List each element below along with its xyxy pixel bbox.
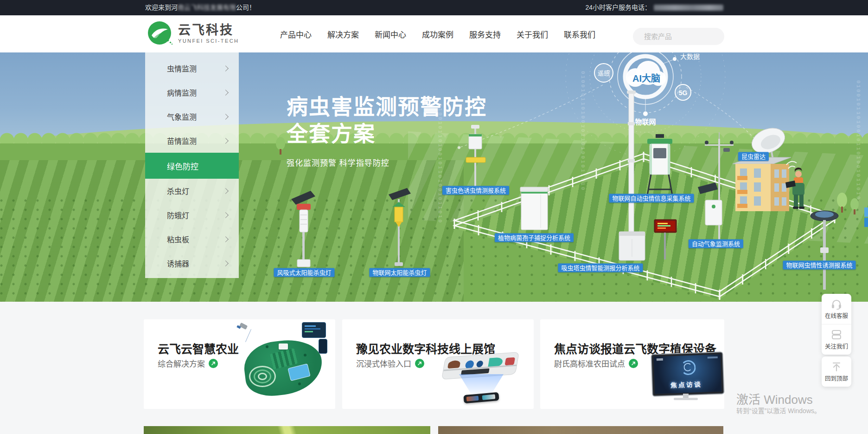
card-title: 豫见农业数字科技线上展馆 <box>356 340 495 356</box>
logo-subtitle: YUNFEI SCI-TECH <box>178 38 239 44</box>
ai-node-5g: 5G <box>679 89 688 97</box>
search-box <box>633 28 724 45</box>
hero-title-line1: 病虫害监测预警防控 <box>287 93 487 120</box>
menu-item-insect-killer-lamp[interactable]: 杀虫灯 <box>145 179 239 203</box>
menu-item-weather-monitoring[interactable]: 气象监测 <box>145 104 239 129</box>
logo-icon <box>147 21 172 46</box>
card-subtitle: 沉浸式体验入口 <box>356 357 424 369</box>
online-service-button[interactable]: 在线客服 <box>822 294 851 324</box>
card-title: 云飞云智慧农业 <box>158 340 239 356</box>
smart-farm-illustration <box>239 323 329 402</box>
products-dropdown-menu: 虫情监测 病情监测 气象监测 苗情监测 绿色防控 杀虫灯 防蛾灯 粘虫板 诱捕器 <box>145 52 239 278</box>
welcome-prefix: 欢迎来到河 <box>145 4 178 11</box>
hero-text: 病虫害监测预警防控 全套方案 强化监测预警 科学指导防控 <box>287 93 487 168</box>
preview-image-machinery <box>438 426 723 434</box>
menu-item-moth-lamp[interactable]: 防蛾灯 <box>145 203 239 227</box>
ai-node-bigdata: 大数据 <box>680 53 700 60</box>
card-online-exhibition[interactable]: 豫见农业数字科技线上展馆 沉浸式体验入口 <box>342 319 534 409</box>
topbar: 欢迎来到河南云飞科技发展有限公司！ 24小时客户服务电话： <box>0 0 868 15</box>
welcome-text: 欢迎来到河南云飞科技发展有限公司！ <box>145 0 255 15</box>
nav-products[interactable]: 产品中心 <box>280 28 312 40</box>
label-color-trap: 害虫色诱虫情测报系统 <box>442 186 509 195</box>
phone-number-redacted <box>654 5 723 11</box>
chevron-right-icon <box>223 65 229 71</box>
satellite-icon <box>239 323 248 330</box>
card-smart-agriculture[interactable]: 云飞云智慧农业 综合解决方案 <box>144 319 335 409</box>
nav-solutions[interactable]: 解决方案 <box>327 28 359 40</box>
edge-widget-tab[interactable] <box>864 218 868 227</box>
arrow-link-icon[interactable] <box>415 359 424 368</box>
binary-decor: 010010110100101101001011010 <box>855 80 861 206</box>
qr-code-icon <box>830 329 842 340</box>
hero-subtitle: 强化监测预警 科学指导防控 <box>287 156 487 168</box>
menu-item-trap[interactable]: 诱捕器 <box>145 251 239 275</box>
label-wind-lamp: 风吸式太阳能杀虫灯 <box>274 268 334 277</box>
preview-image-field <box>144 426 430 434</box>
nav-cases[interactable]: 成功案例 <box>422 28 453 40</box>
service-phone: 24小时客户服务电话： <box>585 0 723 15</box>
nav-contact[interactable]: 联系我们 <box>564 28 595 40</box>
nav-about[interactable]: 关于我们 <box>517 28 548 40</box>
main-nav: 产品中心 解决方案 新闻中心 成功案例 服务支持 关于我们 联系我们 <box>280 15 595 52</box>
arrow-up-icon <box>830 361 842 372</box>
binary-decor: 010010110100101101001011010 <box>580 71 586 168</box>
page: 欢迎来到河南云飞科技发展有限公司！ 24小时客户服务电话： 云飞科技 YUNFE… <box>0 0 868 434</box>
label-pheromone: 物联网虫情性诱测报系统 <box>783 261 855 270</box>
card-subtitle: 尉氏高标准农田试点 <box>554 357 638 369</box>
hero-banner: AI大脑 遥感 5G 大数据 物联网 <box>0 52 868 302</box>
menu-item-disease-monitoring[interactable]: 病情监测 <box>145 80 239 104</box>
chevron-right-icon <box>223 90 229 96</box>
ai-brain-label: AI大脑 <box>632 73 660 84</box>
menu-item-seedling-monitoring[interactable]: 苗情监测 <box>145 129 239 153</box>
label-weather: 自动气象监测系统 <box>689 240 743 248</box>
chevron-right-icon <box>223 260 229 266</box>
windows-activation-watermark: 激活 Windows <box>736 390 813 407</box>
label-iot-lamp: 物联网太阳能杀虫灯 <box>369 268 430 277</box>
logo[interactable]: 云飞科技 YUNFEI SCI-TECH <box>147 21 239 46</box>
chevron-right-icon <box>223 212 229 218</box>
search-input[interactable] <box>643 32 737 41</box>
edge-widget-tab[interactable] <box>864 207 868 217</box>
label-insect-radar: 昆虫雷达 <box>738 152 769 161</box>
label-collector: 物联网自动虫情信息采集系统 <box>609 194 694 203</box>
follow-us-button[interactable]: 关注我们 <box>822 324 851 355</box>
chevron-right-icon <box>223 114 229 120</box>
hero-title-line2: 全套方案 <box>287 120 487 147</box>
menu-item-sticky-board[interactable]: 粘虫板 <box>145 227 239 251</box>
tv-monitor-illustration: 焦点访谈 <box>647 353 728 404</box>
label-spore: 植物病菌孢子捕捉分析系统 <box>495 233 574 242</box>
nav-news[interactable]: 新闻中心 <box>375 28 406 40</box>
arrow-link-icon[interactable] <box>629 359 638 368</box>
service-phone-label: 24小时客户服务电话： <box>585 0 651 15</box>
logo-title: 云飞科技 <box>178 23 239 37</box>
chevron-right-icon <box>223 188 229 194</box>
back-to-top-button[interactable]: 回到顶部 <box>822 356 851 387</box>
welcome-redacted: 南云飞科技发展有限 <box>178 4 236 11</box>
chevron-right-icon <box>223 138 229 144</box>
header: 云飞科技 YUNFEI SCI-TECH 产品中心 解决方案 新闻中心 成功案例… <box>0 15 868 52</box>
welcome-suffix: 公司！ <box>236 4 255 11</box>
exhibition-hall-illustration <box>435 353 528 405</box>
chevron-right-icon <box>223 236 229 242</box>
windows-activation-hint: 转到“设置”以激活 Windows。 <box>736 406 821 415</box>
menu-item-green-control[interactable]: 绿色防控 <box>145 153 239 179</box>
nav-support[interactable]: 服务支持 <box>469 28 501 40</box>
menu-item-insect-monitoring[interactable]: 虫情监测 <box>145 56 239 80</box>
floating-toolbar-bottom: 回到顶部 <box>822 356 851 387</box>
arrow-link-icon[interactable] <box>209 359 218 368</box>
card-subtitle: 综合解决方案 <box>158 357 218 369</box>
card-focus-interview[interactable]: 焦点访谈报道云飞数字植保设备 尉氏高标准农田试点 焦点访谈 <box>540 319 724 409</box>
headset-icon <box>830 298 842 310</box>
label-suction-tower: 吸虫塔虫情智能测报分析系统 <box>558 264 643 272</box>
tv-screen-text: 焦点访谈 <box>670 379 702 389</box>
ai-node-remote-sensing: 遥感 <box>598 70 610 77</box>
card-title: 焦点访谈报道云飞数字植保设备 <box>554 340 716 356</box>
floating-toolbar: 在线客服 关注我们 <box>822 294 851 355</box>
